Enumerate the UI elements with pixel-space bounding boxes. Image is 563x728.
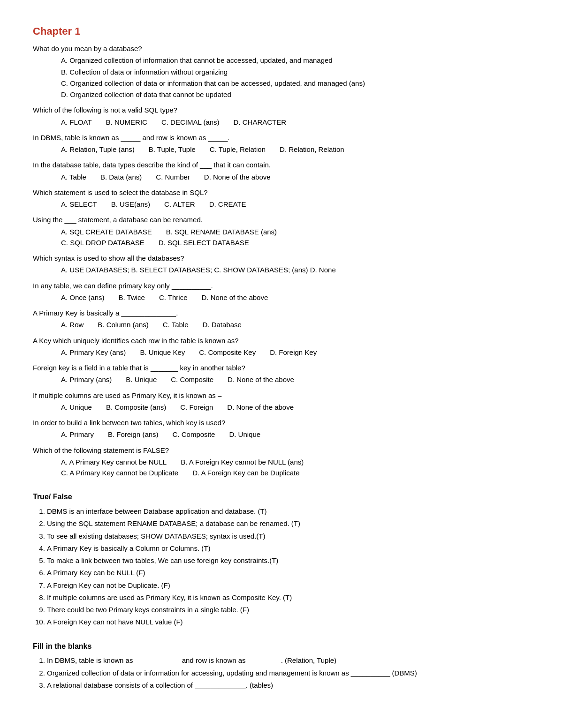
list-item: DBMS is an interface between Database ap… bbox=[47, 506, 530, 517]
option-item: C. Composite Key bbox=[199, 347, 256, 358]
options-row: A. SQL CREATE DATABASEB. SQL RENAME DATA… bbox=[33, 226, 530, 237]
question-text: A Key which uniquely identifies each row… bbox=[33, 335, 530, 346]
option-item: B. A Foreign Key cannot be NULL (ans) bbox=[181, 457, 304, 467]
option-item: D. Foreign Key bbox=[270, 347, 317, 358]
option-item: C. Thrice bbox=[159, 292, 188, 303]
question-text: Which of the following is not a valid SQ… bbox=[33, 105, 530, 115]
option-item: D. Unique bbox=[229, 429, 260, 440]
question-text: In the database table, data types descri… bbox=[33, 159, 530, 170]
question-text: In order to build a link between two tab… bbox=[33, 417, 530, 428]
option-item: A. Unique bbox=[61, 402, 92, 413]
option-item: D. None of the above bbox=[202, 292, 268, 303]
list-item: A Primary Key is basically a Column or C… bbox=[47, 543, 530, 554]
option-item: A. FLOAT bbox=[61, 117, 92, 128]
option-item: A. Relation, Tuple (ans) bbox=[61, 144, 135, 155]
option-item: D. SQL SELECT DATABASE bbox=[159, 237, 249, 248]
question-text: Which statement is used to select the da… bbox=[33, 187, 530, 198]
option-item: B. NUMERIC bbox=[106, 117, 147, 128]
options-row: A. Primary Key (ans)B. Unique KeyC. Comp… bbox=[33, 347, 530, 358]
option-item: D. Database bbox=[203, 319, 242, 330]
options-row: A. UniqueB. Composite (ans)C. ForeignD. … bbox=[33, 402, 530, 413]
question-block: What do you mean by a database?A. Organi… bbox=[33, 43, 530, 100]
option-item: A. SQL CREATE DATABASE bbox=[61, 226, 152, 237]
option-item: C. DECIMAL (ans) bbox=[161, 117, 220, 128]
option-item: A. SELECT bbox=[61, 199, 97, 210]
question-text: In DBMS, table is known as _____ and row… bbox=[33, 132, 530, 143]
question-block: Which syntax is used to show all the dat… bbox=[33, 253, 530, 276]
option-item: B. Unique Key bbox=[140, 347, 185, 358]
fill-blanks-title: Fill in the blanks bbox=[33, 641, 530, 653]
option-item: B. Unique bbox=[126, 374, 157, 385]
option-item: B. Tuple, Tuple bbox=[149, 144, 196, 155]
option-item: C. A Primary Key cannot be Duplicate bbox=[61, 467, 178, 478]
question-text: If multiple columns are used as Primary … bbox=[33, 390, 530, 401]
option-item: C. SQL DROP DATABASE bbox=[61, 237, 145, 248]
option-item: B. Data (ans) bbox=[100, 172, 142, 182]
question-block: If multiple columns are used as Primary … bbox=[33, 390, 530, 413]
list-item: Organized collection of data or informat… bbox=[47, 668, 530, 678]
question-block: In DBMS, table is known as _____ and row… bbox=[33, 132, 530, 155]
option-item: B. Column (ans) bbox=[98, 319, 148, 330]
question-text: Which syntax is used to show all the dat… bbox=[33, 253, 530, 263]
options-row: A. FLOATB. NUMERICC. DECIMAL (ans)D. CHA… bbox=[33, 117, 530, 128]
list-item: A Foreign Key can not have NULL value (F… bbox=[47, 616, 530, 627]
option-item: B. Foreign (ans) bbox=[108, 429, 159, 440]
option-item: A. A Primary Key cannot be NULL bbox=[61, 457, 167, 467]
question-text: A Primary Key is basically a ___________… bbox=[33, 308, 530, 318]
list-item: A relational database consists of a coll… bbox=[47, 680, 530, 690]
option-item: D. None of the above bbox=[204, 172, 271, 182]
options-row: A. SELECTB. USE(ans)C. ALTERD. CREATE bbox=[33, 199, 530, 210]
mcq-section: What do you mean by a database?A. Organi… bbox=[33, 43, 530, 478]
true-false-title: True/ False bbox=[33, 491, 530, 503]
option-item: D. CREATE bbox=[209, 199, 246, 210]
question-block: In any table, we can define primary key … bbox=[33, 280, 530, 303]
fill-blanks-section: Fill in the blanks In DBMS, table is kno… bbox=[33, 641, 530, 691]
list-item: To see all existing databases; SHOW DATA… bbox=[47, 531, 530, 541]
question-block: Foreign key is a field in a table that i… bbox=[33, 362, 530, 385]
options-row: A. Relation, Tuple (ans)B. Tuple, TupleC… bbox=[33, 144, 530, 155]
question-block: A Primary Key is basically a ___________… bbox=[33, 308, 530, 330]
option-item: A. Organized collection of information t… bbox=[61, 55, 530, 66]
question-block: A Key which uniquely identifies each row… bbox=[33, 335, 530, 358]
options-row: C. SQL DROP DATABASED. SQL SELECT DATABA… bbox=[33, 237, 530, 248]
option-item: A. Once (ans) bbox=[61, 292, 105, 303]
chapter-title: Chapter 1 bbox=[33, 23, 530, 39]
option-item: D. CHARACTER bbox=[234, 117, 287, 128]
option-item: B. USE(ans) bbox=[111, 199, 150, 210]
options-row: A. PrimaryB. Foreign (ans)C. CompositeD.… bbox=[33, 429, 530, 440]
option-item: D. A Foreign Key can be Duplicate bbox=[192, 467, 299, 478]
question-text: Which of the following statement is FALS… bbox=[33, 445, 530, 456]
question-text: Using the ___ statement, a database can … bbox=[33, 214, 530, 225]
option-item: D. Relation, Relation bbox=[280, 144, 344, 155]
question-text: In any table, we can define primary key … bbox=[33, 280, 530, 291]
option-item: B. Collection of data or information wit… bbox=[61, 67, 530, 77]
question-block: Which of the following statement is FALS… bbox=[33, 445, 530, 479]
options-row: A. Primary (ans)B. UniqueC. CompositeD. … bbox=[33, 374, 530, 385]
option-item: C. Tuple, Relation bbox=[210, 144, 266, 155]
option-item: C. Organized collection of data or infor… bbox=[61, 78, 530, 89]
question-block: In order to build a link between two tab… bbox=[33, 417, 530, 440]
option-item: C. Composite bbox=[171, 374, 213, 385]
list-item: A Foreign Key can not be Duplicate. (F) bbox=[47, 580, 530, 591]
question-block: Using the ___ statement, a database can … bbox=[33, 214, 530, 248]
question-text: Foreign key is a field in a table that i… bbox=[33, 362, 530, 373]
list-item: If multiple columns are used as Primary … bbox=[47, 592, 530, 603]
option-item: D. None of the above bbox=[228, 374, 294, 385]
option-item: A. Row bbox=[61, 319, 84, 330]
list-item: There could be two Primary keys constrai… bbox=[47, 604, 530, 615]
fill-blanks-list: In DBMS, table is known as ____________a… bbox=[33, 655, 530, 690]
option-item: B. Composite (ans) bbox=[106, 402, 166, 413]
options-col: A. Organized collection of information t… bbox=[33, 55, 530, 100]
option-item: C. ALTER bbox=[164, 199, 195, 210]
true-false-section: True/ False DBMS is an interface between… bbox=[33, 491, 530, 627]
options-row: A. A Primary Key cannot be NULLB. A Fore… bbox=[33, 457, 530, 467]
list-item: In DBMS, table is known as ____________a… bbox=[47, 655, 530, 666]
true-false-list: DBMS is an interface between Database ap… bbox=[33, 506, 530, 628]
options-row: A. TableB. Data (ans)C. NumberD. None of… bbox=[33, 172, 530, 182]
options-row: A. RowB. Column (ans)C. TableD. Database bbox=[33, 319, 530, 330]
question-block: Which statement is used to select the da… bbox=[33, 187, 530, 210]
list-item: Using the SQL statement RENAME DATABASE;… bbox=[47, 518, 530, 529]
option-item: C. Number bbox=[156, 172, 190, 182]
option-item: A. Primary (ans) bbox=[61, 374, 112, 385]
question-block: In the database table, data types descri… bbox=[33, 159, 530, 182]
